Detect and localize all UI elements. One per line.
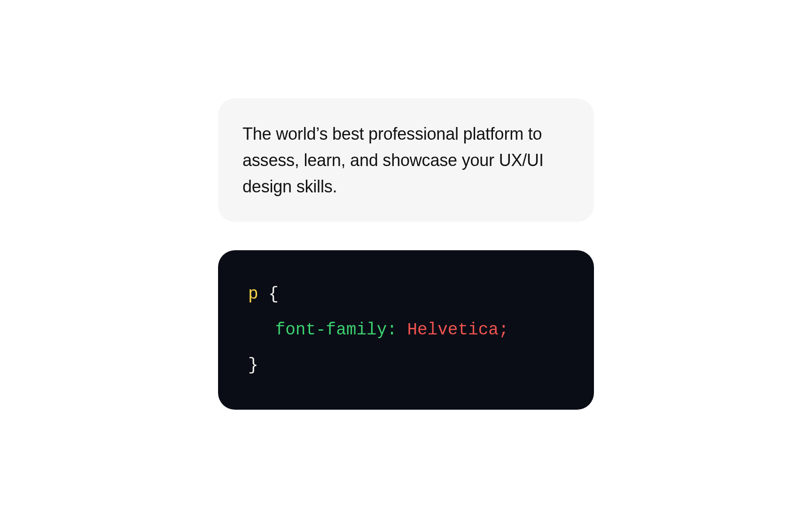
description-text: The world’s best professional platform t…	[242, 121, 570, 199]
code-semicolon: ;	[499, 320, 509, 340]
code-brace-close: }	[248, 356, 258, 375]
code-value: Helvetica	[407, 320, 498, 340]
code-brace-open: {	[268, 285, 279, 304]
description-card: The world’s best professional platform t…	[218, 98, 594, 222]
code-colon: :	[387, 320, 397, 340]
code-selector: p	[248, 285, 258, 304]
code-property: font-family	[275, 320, 387, 340]
code-block: p { font-family: Helvetica; }	[248, 277, 564, 383]
code-card: p { font-family: Helvetica; }	[218, 250, 594, 410]
